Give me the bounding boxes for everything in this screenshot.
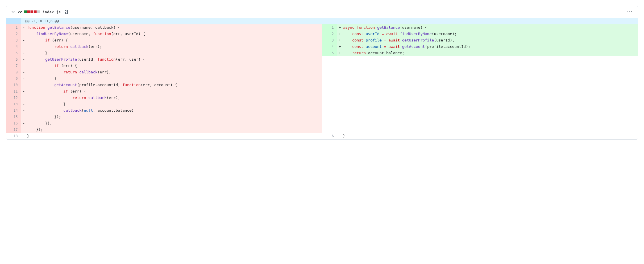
diff-line[interactable]: 13- } [6, 101, 322, 107]
line-number[interactable]: 8 [6, 69, 21, 75]
line-number[interactable]: 14 [6, 107, 21, 114]
collapse-toggle[interactable] [11, 10, 15, 14]
line-number[interactable]: 16 [6, 120, 21, 126]
line-number[interactable]: 5 [322, 50, 337, 56]
diff-marker: - [21, 31, 27, 37]
expand-hunk-button[interactable]: ... [6, 18, 21, 24]
code-content: return callback(err); [27, 95, 322, 101]
line-number[interactable] [322, 95, 337, 101]
diff-header-left: 22 index.js [11, 8, 70, 15]
line-number[interactable]: 11 [6, 88, 21, 95]
diff-line[interactable]: 11- if (err) { [6, 88, 322, 95]
diff-line[interactable]: 2+ const userId = await findUserByName(u… [322, 31, 638, 37]
line-number[interactable]: 18 [6, 133, 21, 139]
line-number[interactable]: 9 [6, 75, 21, 82]
line-number[interactable] [322, 114, 337, 120]
diff-marker: - [21, 88, 27, 95]
diff-marker: + [337, 44, 343, 50]
line-number[interactable]: 17 [6, 126, 21, 133]
diff-side-added: 1+async function getBalance(username) {2… [322, 24, 638, 139]
line-number[interactable]: 1 [6, 24, 21, 31]
diff-line[interactable]: 1-function getBalance(username, callback… [6, 24, 322, 31]
line-number[interactable] [322, 82, 337, 88]
diff-line[interactable]: 5- } [6, 50, 322, 56]
diff-line[interactable]: 2- findUserByName(username, function(err… [6, 31, 322, 37]
line-number[interactable]: 7 [6, 63, 21, 69]
diff-line[interactable]: 16- }); [6, 120, 322, 126]
line-number[interactable] [322, 126, 337, 133]
code-content: if (err) { [27, 88, 322, 95]
diff-line[interactable]: 5+ return account.balance; [322, 50, 638, 56]
line-number[interactable] [322, 88, 337, 95]
line-number[interactable]: 13 [6, 101, 21, 107]
code-content: return account.balance; [343, 50, 638, 56]
diff-line[interactable]: 14- callback(null, account.balance); [6, 107, 322, 114]
diff-line[interactable]: 4+ const account = await getAccount(prof… [322, 44, 638, 50]
line-number[interactable]: 10 [6, 82, 21, 88]
diff-line[interactable] [322, 69, 638, 75]
diff-line[interactable]: 4- return callback(err); [6, 44, 322, 50]
line-number[interactable]: 6 [6, 56, 21, 63]
diff-line[interactable] [322, 75, 638, 82]
diff-marker: - [21, 107, 27, 114]
code-content: } [343, 133, 638, 139]
diff-marker [337, 133, 343, 139]
line-number[interactable] [322, 75, 337, 82]
line-number[interactable] [322, 63, 337, 69]
diff-line[interactable]: 9- } [6, 75, 322, 82]
line-number[interactable]: 3 [6, 37, 21, 44]
diff-line[interactable] [322, 95, 638, 101]
diff-line[interactable]: 8- return callback(err); [6, 69, 322, 75]
code-content: } [27, 50, 322, 56]
line-number[interactable]: 5 [6, 50, 21, 56]
diff-line[interactable] [322, 114, 638, 120]
diff-line[interactable]: 6- getUserProfile(userId, function(err, … [6, 56, 322, 63]
diffstat-block-green [24, 10, 27, 13]
line-number[interactable]: 15 [6, 114, 21, 120]
diff-marker: - [21, 101, 27, 107]
diff-line[interactable] [322, 126, 638, 133]
diff-line[interactable]: 10- getAccount(profile.accountId, functi… [6, 82, 322, 88]
diff-line[interactable] [322, 82, 638, 88]
line-number[interactable]: 4 [6, 44, 21, 50]
diff-filename[interactable]: index.js [42, 10, 61, 14]
diff-line[interactable]: 17- }); [6, 126, 322, 133]
diff-marker: + [337, 37, 343, 44]
diff-line[interactable]: 3- if (err) { [6, 37, 322, 44]
diff-line[interactable] [322, 63, 638, 69]
diff-line[interactable] [322, 101, 638, 107]
kebab-horizontal-icon [627, 10, 632, 14]
line-number[interactable] [322, 120, 337, 126]
clipboard-icon [64, 10, 69, 14]
diff-line[interactable] [322, 120, 638, 126]
diff-line[interactable]: 15- }); [6, 114, 322, 120]
line-number[interactable]: 2 [322, 31, 337, 37]
code-content: } [27, 75, 322, 82]
diff-line[interactable] [322, 88, 638, 95]
diff-line[interactable] [322, 107, 638, 114]
diffstat-block-red [27, 10, 30, 13]
line-number[interactable] [322, 69, 337, 75]
diff-marker: + [337, 31, 343, 37]
code-content: }); [27, 120, 322, 126]
line-number[interactable]: 6 [322, 133, 337, 139]
line-number[interactable]: 2 [6, 31, 21, 37]
line-number[interactable]: 12 [6, 95, 21, 101]
diff-line[interactable] [322, 56, 638, 63]
file-actions-menu[interactable] [626, 8, 633, 15]
diff-line[interactable]: 1+async function getBalance(username) { [322, 24, 638, 31]
line-number[interactable]: 3 [322, 37, 337, 44]
line-number[interactable] [322, 56, 337, 63]
diff-line[interactable]: 7- if (err) { [6, 63, 322, 69]
diff-line[interactable]: 6 } [322, 133, 638, 139]
diff-marker: - [21, 114, 27, 120]
diff-marker [21, 133, 27, 139]
line-number[interactable] [322, 107, 337, 114]
diff-line[interactable]: 18 } [6, 133, 322, 139]
diff-line[interactable]: 12- return callback(err); [6, 95, 322, 101]
copy-path-button[interactable] [63, 8, 70, 15]
line-number[interactable]: 4 [322, 44, 337, 50]
diff-line[interactable]: 3+ const profile = await getUserProfile(… [322, 37, 638, 44]
line-number[interactable]: 1 [322, 24, 337, 31]
line-number[interactable] [322, 101, 337, 107]
